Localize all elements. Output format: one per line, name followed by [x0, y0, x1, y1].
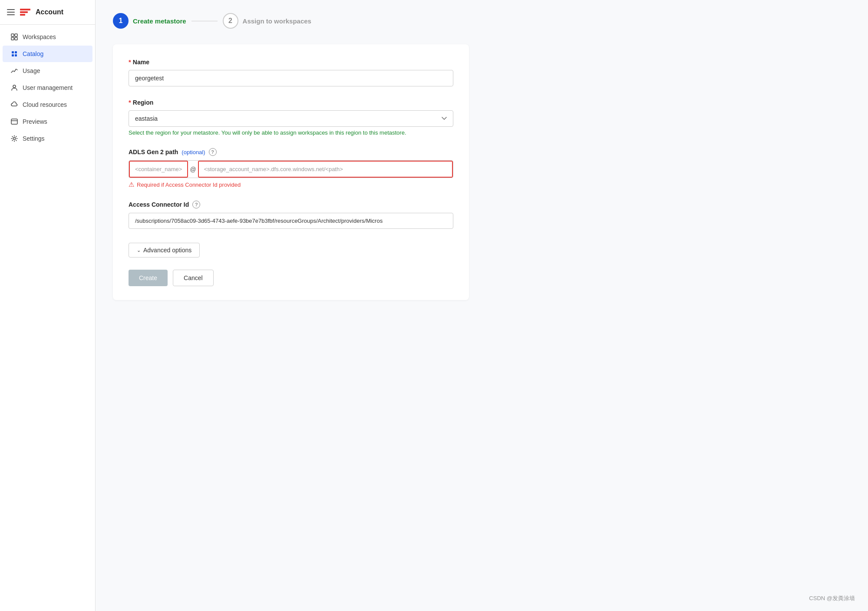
adls-storage-input[interactable]: <storage_account_name>.dfs.core.windows.… — [198, 161, 453, 178]
usage-icon — [10, 67, 18, 75]
advanced-options-button[interactable]: ⌄ Advanced options — [129, 243, 200, 258]
previews-icon — [10, 118, 18, 126]
chevron-down-icon: ⌄ — [137, 248, 141, 253]
adls-field-group: ADLS Gen 2 path (optional) ? <container_… — [129, 148, 453, 188]
usage-label: Usage — [23, 67, 40, 74]
user-management-icon — [10, 84, 18, 92]
name-label: * Name — [129, 58, 453, 66]
previews-label: Previews — [23, 118, 47, 125]
cloud-resources-label: Cloud resources — [23, 101, 67, 108]
svg-rect-3 — [11, 34, 14, 36]
hamburger-icon[interactable] — [7, 9, 15, 15]
region-required-star: * — [129, 99, 131, 106]
stepper: 1 Create metastore 2 Assign to workspace… — [113, 13, 851, 29]
region-hint: Select the region for your metastore. Yo… — [129, 129, 453, 136]
svg-rect-4 — [15, 34, 17, 36]
adls-at-separator: @ — [188, 161, 198, 178]
catalog-label: Catalog — [23, 50, 43, 57]
sidebar-nav: Workspaces Catalog Usage — [0, 25, 95, 151]
svg-rect-6 — [15, 37, 17, 40]
logo-icon — [19, 6, 31, 18]
name-input[interactable] — [129, 70, 453, 86]
sidebar-item-workspaces[interactable]: Workspaces — [3, 29, 92, 45]
form-section: * Name * Region eastasia westus eastus w… — [113, 44, 469, 300]
error-icon: ⚠ — [129, 181, 134, 188]
region-field-group: * Region eastasia westus eastus westeuro… — [129, 99, 453, 136]
sidebar-item-previews[interactable]: Previews — [3, 113, 92, 130]
connector-help-icon[interactable]: ? — [192, 201, 200, 208]
sidebar: Account Workspaces — [0, 0, 96, 611]
svg-rect-0 — [20, 9, 30, 10]
user-management-label: User management — [23, 84, 73, 91]
connector-field-group: Access Connector Id ? — [129, 201, 453, 229]
connector-input[interactable] — [129, 213, 453, 229]
svg-rect-1 — [20, 11, 28, 13]
svg-rect-12 — [11, 119, 17, 124]
sidebar-item-cloud-resources[interactable]: Cloud resources — [3, 96, 92, 113]
step-1-circle: 1 — [113, 13, 129, 29]
cloud-resources-icon — [10, 101, 18, 109]
cancel-button[interactable]: Cancel — [173, 270, 214, 286]
workspaces-label: Workspaces — [23, 33, 56, 40]
step-2: 2 Assign to workspaces — [223, 13, 311, 29]
sidebar-title: Account — [36, 8, 63, 16]
step-2-circle: 2 — [223, 13, 238, 29]
main-content: 1 Create metastore 2 Assign to workspace… — [96, 0, 868, 611]
sidebar-item-settings[interactable]: Settings — [3, 130, 92, 147]
step-2-label: Assign to workspaces — [243, 17, 311, 25]
svg-point-11 — [13, 85, 16, 88]
name-required-star: * — [129, 58, 131, 66]
svg-rect-8 — [15, 51, 17, 53]
workspaces-icon — [10, 33, 18, 41]
connector-label: Access Connector Id ? — [129, 201, 453, 208]
catalog-icon — [10, 50, 18, 58]
adls-container-input[interactable]: <container_name> — [129, 161, 188, 178]
adls-path-input-row: <container_name> @ <storage_account_name… — [129, 160, 453, 178]
svg-rect-7 — [12, 51, 14, 53]
step-connector — [191, 21, 218, 21]
adls-error-message: ⚠ Required if Access Connector Id provid… — [129, 181, 453, 188]
svg-rect-9 — [12, 54, 14, 56]
step-1: 1 Create metastore — [113, 13, 186, 29]
step-1-label: Create metastore — [133, 17, 186, 25]
svg-rect-2 — [20, 14, 25, 16]
adls-help-icon[interactable]: ? — [209, 148, 217, 156]
sidebar-item-usage[interactable]: Usage — [3, 63, 92, 79]
watermark: CSDN @发粪涂墙 — [809, 594, 855, 602]
region-select[interactable]: eastasia westus eastus westeurope — [129, 110, 453, 127]
create-button[interactable]: Create — [129, 270, 168, 286]
adls-label: ADLS Gen 2 path (optional) ? — [129, 148, 453, 156]
action-buttons: Create Cancel — [129, 270, 453, 286]
sidebar-item-catalog[interactable]: Catalog — [3, 46, 92, 62]
settings-icon — [10, 135, 18, 142]
svg-point-14 — [13, 138, 16, 140]
svg-rect-10 — [15, 54, 17, 56]
svg-rect-5 — [11, 37, 14, 40]
adls-optional: (optional) — [182, 149, 205, 155]
name-field-group: * Name — [129, 58, 453, 86]
region-label: * Region — [129, 99, 453, 106]
sidebar-header: Account — [0, 0, 95, 25]
sidebar-item-user-management[interactable]: User management — [3, 79, 92, 96]
settings-label: Settings — [23, 135, 45, 142]
